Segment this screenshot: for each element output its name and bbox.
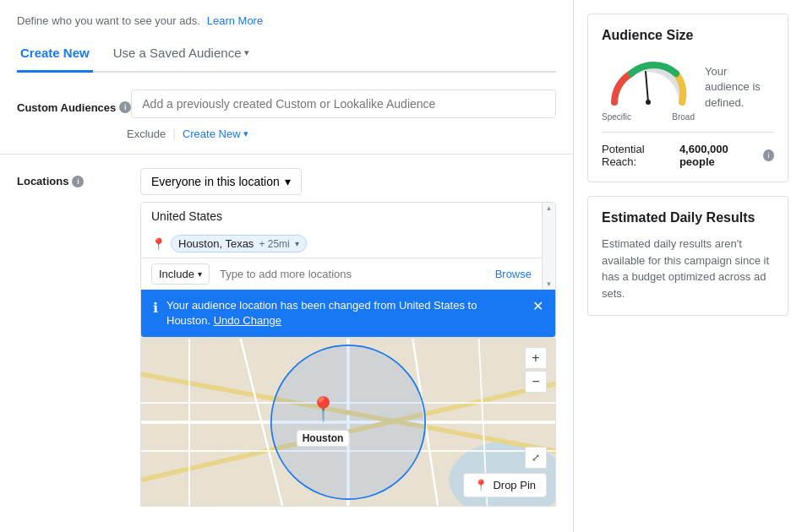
section-desc: Define who you want to see your ads. bbox=[17, 14, 200, 27]
right-panel: Audience Size bbox=[574, 0, 802, 532]
learn-more-link[interactable]: Learn More bbox=[207, 14, 263, 27]
notification-info-icon: ℹ bbox=[153, 300, 158, 316]
map-city-label: Houston bbox=[297, 430, 350, 447]
location-item-houston: 📍 Houston, Texas + 25mi ▾ bbox=[141, 230, 542, 258]
map-location-pin: 📍 bbox=[308, 395, 338, 423]
potential-reach-info-icon[interactable]: i bbox=[763, 149, 774, 161]
estimated-results-text: Estimated daily results aren't available… bbox=[602, 236, 774, 301]
saved-audience-arrow: ▾ bbox=[244, 47, 249, 58]
map-expand-control: ⤢ bbox=[525, 447, 547, 469]
location-country: United States bbox=[141, 203, 542, 230]
svg-point-14 bbox=[646, 100, 651, 105]
location-change-notification: ℹ Your audience location has been change… bbox=[141, 290, 555, 337]
radius-label: + 25mi bbox=[259, 238, 289, 250]
location-map: 📍 Houston + − ⤢ 📍 Drop Pin bbox=[140, 338, 556, 507]
pipe-divider: | bbox=[172, 127, 176, 140]
gauge-labels: Specific Broad bbox=[602, 112, 695, 122]
map-zoom-out-button[interactable]: − bbox=[525, 371, 547, 393]
map-expand-button[interactable]: ⤢ bbox=[525, 447, 547, 469]
location-type-button[interactable]: Everyone in this location ▾ bbox=[140, 168, 302, 195]
notification-close-icon[interactable]: ✕ bbox=[532, 298, 543, 314]
specific-label: Specific bbox=[602, 112, 631, 122]
audience-gauge-svg bbox=[602, 53, 695, 108]
potential-reach-row: Potential Reach: 4,600,000 people i bbox=[602, 132, 774, 168]
include-row: Include ▾ Browse bbox=[141, 258, 542, 290]
undo-change-link[interactable]: Undo Change bbox=[214, 314, 281, 327]
gauge-row: Specific Broad Your audience is defined. bbox=[602, 53, 774, 122]
add-location-input[interactable] bbox=[216, 264, 488, 284]
drop-pin-icon: 📍 bbox=[474, 479, 488, 491]
audience-defined-text: Your audience is defined. bbox=[705, 64, 774, 111]
audience-size-title: Audience Size bbox=[602, 28, 774, 43]
estimated-results-card: Estimated Daily Results Estimated daily … bbox=[587, 196, 788, 316]
locations-info-icon[interactable]: i bbox=[72, 176, 84, 187]
scroll-up-btn[interactable]: ▲ bbox=[543, 204, 555, 212]
svg-point-12 bbox=[271, 345, 425, 499]
include-dropdown-arrow: ▾ bbox=[198, 269, 202, 279]
audience-tabs: Create New Use a Saved Audience ▾ bbox=[17, 35, 556, 73]
svg-line-13 bbox=[646, 72, 648, 102]
drop-pin-button[interactable]: 📍 Drop Pin bbox=[463, 473, 547, 497]
create-new-audiences-link[interactable]: Create New ▾ bbox=[183, 128, 248, 140]
location-type-arrow: ▾ bbox=[285, 175, 291, 188]
notification-text: Your audience location has been changed … bbox=[166, 298, 524, 328]
location-input-box: United States 📍 Houston, Texas + 25mi ▾ bbox=[140, 202, 556, 338]
map-zoom-controls: + − bbox=[525, 347, 547, 393]
custom-audiences-info-icon[interactable]: i bbox=[119, 101, 131, 113]
potential-reach-label: Potential Reach: bbox=[602, 143, 676, 168]
browse-button[interactable]: Browse bbox=[495, 268, 532, 280]
broad-label: Broad bbox=[672, 112, 695, 122]
map-zoom-in-button[interactable]: + bbox=[525, 347, 547, 369]
include-dropdown[interactable]: Include ▾ bbox=[151, 263, 210, 285]
section-separator bbox=[0, 154, 573, 155]
location-tag[interactable]: Houston, Texas + 25mi ▾ bbox=[171, 235, 307, 252]
tab-use-saved[interactable]: Use a Saved Audience ▾ bbox=[110, 35, 254, 73]
audience-size-card: Audience Size bbox=[587, 14, 788, 182]
tab-create-new[interactable]: Create New bbox=[17, 35, 93, 73]
scroll-down-btn[interactable]: ▼ bbox=[543, 280, 555, 288]
location-pin-icon: 📍 bbox=[151, 237, 166, 251]
custom-audiences-input[interactable] bbox=[131, 90, 556, 118]
radius-arrow-icon: ▾ bbox=[295, 239, 299, 248]
create-new-arrow-icon: ▾ bbox=[243, 128, 248, 139]
locations-label: Locations i bbox=[17, 175, 127, 187]
potential-reach-value: 4,600,000 people bbox=[679, 143, 760, 168]
exclude-link[interactable]: Exclude bbox=[127, 128, 166, 140]
custom-audiences-label: Custom Audiences i bbox=[17, 101, 131, 114]
estimated-results-title: Estimated Daily Results bbox=[602, 210, 774, 225]
